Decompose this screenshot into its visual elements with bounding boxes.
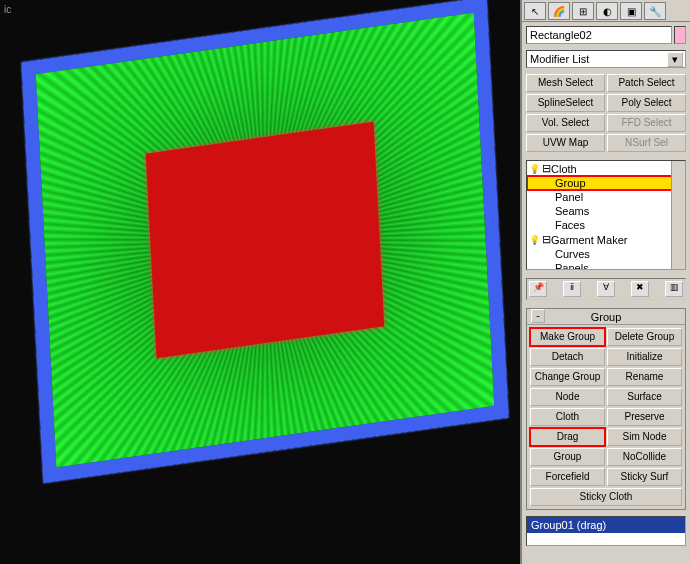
stack-seams[interactable]: Seams [527,204,685,218]
command-panel: ↖ 🌈 ⊞ ◐ ▣ 🔧 Modifier List Mesh Select Pa… [520,0,690,564]
preserve-button[interactable]: Preserve [607,408,682,426]
utilities-tab-icon[interactable]: 🔧 [644,2,666,20]
object-name-input[interactable] [526,26,672,44]
delete-group-button[interactable]: Delete Group [607,328,682,346]
poly-select-button[interactable]: Poly Select [607,94,686,112]
command-panel-tabs: ↖ 🌈 ⊞ ◐ ▣ 🔧 [522,0,690,22]
group-list[interactable]: Group01 (drag) [526,516,686,546]
surface-button[interactable]: Surface [607,388,682,406]
stack-toolbar: 📌 ⅱ ∀ ✖ ▥ [526,278,686,300]
cloth-border [21,0,508,483]
stack-cloth[interactable]: 💡⊟Cloth [527,161,685,176]
spline-select-button[interactable]: SplineSelect [526,94,605,112]
group-list-item[interactable]: Group01 (drag) [527,517,685,533]
forcefield-button[interactable]: Forcefield [530,468,605,486]
motion-tab-icon[interactable]: ◐ [596,2,618,20]
change-group-button[interactable]: Change Group [530,368,605,386]
sticky-surf-button[interactable]: Sticky Surf [607,468,682,486]
mesh-select-button[interactable]: Mesh Select [526,74,605,92]
make-group-button[interactable]: Make Group [530,328,605,346]
show-result-icon[interactable]: ⅱ [563,281,581,297]
modifier-quick-buttons: Mesh Select Patch Select SplineSelect Po… [526,74,686,152]
sim-node-button[interactable]: Sim Node [607,428,682,446]
stack-garment-maker[interactable]: 💡⊟Garment Maker [527,232,685,247]
modifier-stack[interactable]: 💡⊟Cloth Group Panel Seams Faces 💡⊟Garmen… [526,160,686,270]
group-rollout-header[interactable]: Group [527,309,685,325]
remove-modifier-icon[interactable]: ✖ [631,281,649,297]
stack-group[interactable]: Group [527,176,685,190]
object-name-row [526,26,686,44]
cloth-mesh [36,13,494,467]
nsurf-sel-button[interactable]: NSurf Sel [607,134,686,152]
stack-panel[interactable]: Panel [527,190,685,204]
cloth-button[interactable]: Cloth [530,408,605,426]
rename-button[interactable]: Rename [607,368,682,386]
modifier-list-label: Modifier List [530,53,589,65]
stack-faces[interactable]: Faces [527,218,685,232]
make-unique-icon[interactable]: ∀ [597,281,615,297]
nocollide-button[interactable]: NoCollide [607,448,682,466]
stack-curves[interactable]: Curves [527,247,685,261]
viewport-3d[interactable]: ic [0,0,520,564]
hierarchy-tab-icon[interactable]: ⊞ [572,2,594,20]
object-color-swatch[interactable] [674,26,686,44]
uvw-map-button[interactable]: UVW Map [526,134,605,152]
vol-select-button[interactable]: Vol. Select [526,114,605,132]
group-button[interactable]: Group [530,448,605,466]
initialize-button[interactable]: Initialize [607,348,682,366]
modify-tab-icon[interactable]: 🌈 [548,2,570,20]
display-tab-icon[interactable]: ▣ [620,2,642,20]
modifier-list-dropdown[interactable]: Modifier List [526,50,686,68]
drag-button[interactable]: Drag [530,428,605,446]
node-button[interactable]: Node [530,388,605,406]
patch-select-button[interactable]: Patch Select [607,74,686,92]
pin-stack-icon[interactable]: 📌 [529,281,547,297]
mesh-object[interactable] [21,0,508,483]
stack-scrollbar[interactable] [671,161,685,269]
configure-sets-icon[interactable]: ▥ [665,281,683,297]
create-tab-icon[interactable]: ↖ [524,2,546,20]
group-rollout: Group Make Group Delete Group Detach Ini… [526,308,686,510]
selected-face-group [146,122,384,358]
stack-panels[interactable]: Panels [527,261,685,270]
group-rollout-body: Make Group Delete Group Detach Initializ… [527,325,685,509]
viewport-label: ic [4,4,11,15]
sticky-cloth-button[interactable]: Sticky Cloth [530,488,682,506]
detach-button[interactable]: Detach [530,348,605,366]
ffd-select-button[interactable]: FFD Select [607,114,686,132]
